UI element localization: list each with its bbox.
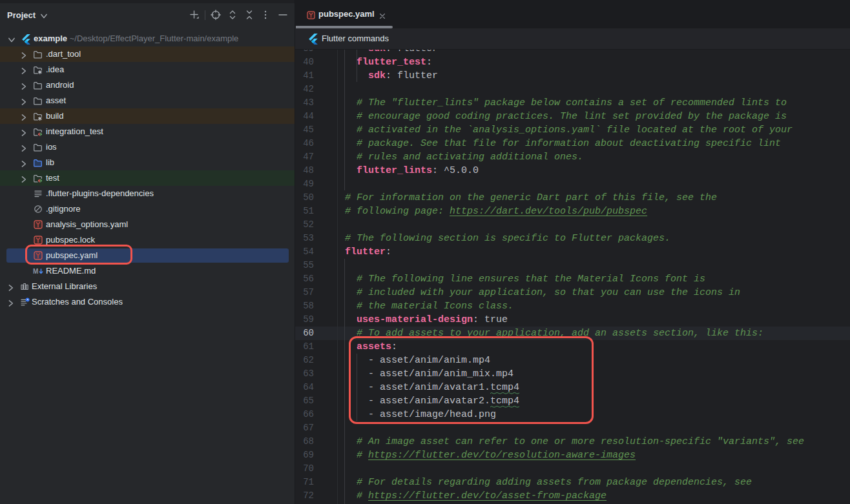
svg-text:M: M — [33, 268, 38, 275]
